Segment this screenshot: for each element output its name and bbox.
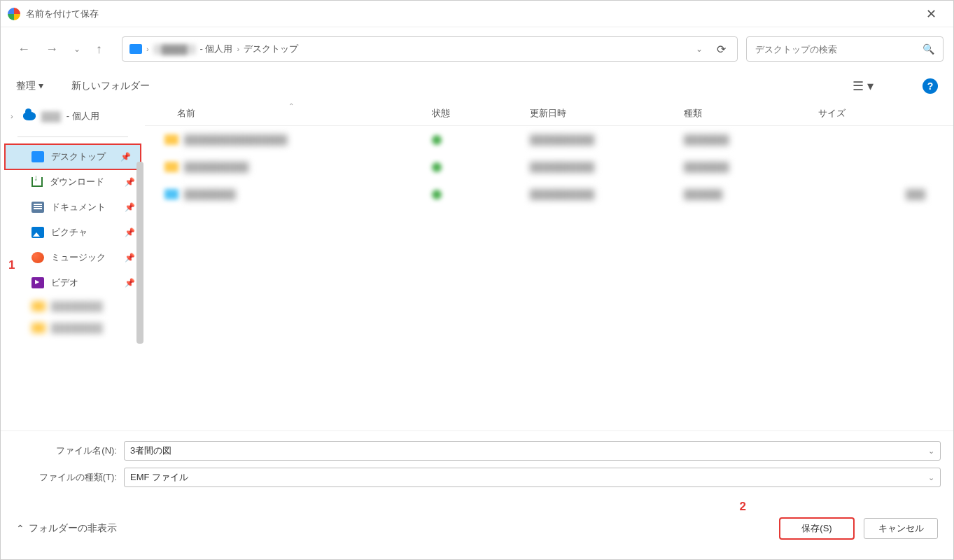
dialog-title: 名前を付けて保存	[26, 8, 916, 20]
search-box[interactable]: 🔍	[746, 36, 944, 62]
pin-icon[interactable]: 📌	[120, 152, 131, 162]
pin-icon[interactable]: 📌	[125, 278, 135, 288]
pin-icon[interactable]: 📌	[125, 227, 135, 237]
sidebar-item-label: ドキュメント	[51, 201, 106, 214]
filetype-label: ファイルの種類(T):	[13, 471, 124, 484]
sidebar-item-label: ダウンロード	[50, 176, 104, 188]
filename-label: ファイル名(N):	[13, 444, 124, 457]
download-icon	[31, 177, 43, 187]
file-row[interactable]: ████████ ██████████ ██████ ███	[145, 181, 953, 208]
cancel-button[interactable]: キャンセル	[864, 518, 938, 539]
back-button[interactable]: ←	[17, 42, 30, 57]
file-row[interactable]: ██████████ ██████████ ███████	[145, 153, 953, 181]
pin-icon[interactable]: 📌	[125, 177, 135, 187]
sidebar-item-label: ミュージック	[51, 251, 106, 264]
address-dropdown[interactable]: ⌄	[690, 44, 708, 54]
sidebar-item-label: ピクチャ	[51, 226, 87, 239]
music-icon	[31, 252, 44, 263]
save-form: ファイル名(N): 3者間の図 ⌄ ファイルの種類(T): EMF ファイル ⌄	[1, 430, 953, 500]
sort-asc-icon: ⌃	[288, 102, 294, 110]
forward-button[interactable]: →	[45, 42, 58, 57]
app-icon	[8, 8, 20, 20]
up-button[interactable]: ↑	[96, 42, 102, 57]
save-button[interactable]: 保存(S)	[780, 518, 854, 539]
breadcrumb-current[interactable]: デスクトップ	[244, 43, 298, 55]
desktop-icon	[31, 151, 44, 162]
close-button[interactable]: ✕	[916, 4, 946, 24]
sidebar-item-pictures[interactable]: ピクチャ 📌	[1, 220, 145, 245]
filetype-select[interactable]: EMF ファイル ⌄	[124, 468, 941, 487]
new-folder-button[interactable]: 新しいフォルダー	[71, 80, 150, 92]
file-row[interactable]: ████████████████ ██████████ ███████	[145, 126, 953, 153]
pin-icon[interactable]: 📌	[125, 202, 135, 212]
address-bar[interactable]: › ████ - 個人用 › デスクトップ ⌄ ⟳	[122, 36, 738, 62]
sidebar-item-videos[interactable]: ビデオ 📌	[1, 270, 145, 295]
column-date[interactable]: 更新日時	[530, 107, 684, 120]
chevron-up-icon: ⌃	[16, 523, 24, 534]
recent-dropdown[interactable]: ⌄	[73, 44, 80, 54]
location-icon	[129, 44, 142, 54]
picture-icon	[31, 227, 44, 238]
sidebar: › ███ - 個人用 1 デスクトップ 📌 ダウンロード 📌 ドキュメント 📌…	[1, 102, 145, 430]
tree-user-personal[interactable]: › ███ - 個人用	[1, 106, 145, 127]
column-name[interactable]: 名前⌃	[145, 107, 432, 120]
sidebar-scrollbar[interactable]	[136, 162, 143, 344]
filename-input[interactable]: 3者間の図 ⌄	[124, 441, 941, 461]
breadcrumb-user-suffix[interactable]: - 個人用	[200, 43, 233, 55]
column-size[interactable]: サイズ	[818, 107, 953, 120]
nav-row: ← → ⌄ ↑ › ████ - 個人用 › デスクトップ ⌄ ⟳ 🔍	[1, 27, 953, 71]
organize-button[interactable]: 整理 ▾	[16, 80, 43, 92]
onedrive-icon	[23, 112, 36, 120]
sidebar-item-blurred[interactable]: ████████	[1, 317, 145, 339]
tree-user-label: - 個人用	[66, 110, 99, 122]
titlebar: 名前を付けて保存 ✕	[1, 1, 953, 27]
pin-icon[interactable]: 📌	[125, 253, 135, 262]
search-input[interactable]	[755, 44, 923, 55]
callout-1: 1	[8, 258, 15, 272]
callout-2: 2	[740, 500, 746, 514]
chevron-down-icon[interactable]: ⌄	[928, 473, 934, 482]
search-icon[interactable]: 🔍	[923, 43, 934, 55]
sidebar-item-desktop[interactable]: デスクトップ 📌	[5, 144, 141, 169]
sidebar-item-label: ビデオ	[51, 276, 78, 289]
sidebar-divider	[17, 136, 128, 137]
toolbar: 整理 ▾ 新しいフォルダー ☰ ▾ ?	[1, 71, 953, 102]
chevron-right-icon[interactable]: ›	[10, 112, 17, 120]
video-icon	[31, 277, 44, 288]
chevron-right-icon: ›	[237, 45, 239, 53]
document-icon	[31, 202, 44, 213]
sidebar-item-documents[interactable]: ドキュメント 📌	[1, 195, 145, 220]
column-type[interactable]: 種類	[684, 107, 818, 120]
refresh-button[interactable]: ⟳	[713, 43, 730, 56]
chevron-down-icon[interactable]: ⌄	[928, 447, 934, 456]
sidebar-item-music[interactable]: ミュージック 📌	[1, 245, 145, 270]
footer: ⌃ フォルダーの非表示 2 保存(S) キャンセル	[1, 500, 953, 552]
chevron-right-icon: ›	[146, 45, 149, 53]
column-state[interactable]: 状態	[432, 107, 530, 120]
sidebar-item-downloads[interactable]: ダウンロード 📌	[1, 169, 145, 195]
view-mode-button[interactable]: ☰ ▾	[853, 78, 874, 94]
hide-folders-toggle[interactable]: ⌃ フォルダーの非表示	[16, 522, 117, 535]
sidebar-item-blurred[interactable]: ████████	[1, 295, 145, 317]
breadcrumb-user-blurred[interactable]: ████	[153, 44, 196, 55]
sidebar-item-label: デスクトップ	[51, 150, 106, 163]
column-headers: 名前⌃ 状態 更新日時 種類 サイズ	[145, 102, 953, 126]
file-list: 名前⌃ 状態 更新日時 種類 サイズ ████████████████ ████…	[145, 102, 953, 430]
help-button[interactable]: ?	[923, 78, 938, 94]
